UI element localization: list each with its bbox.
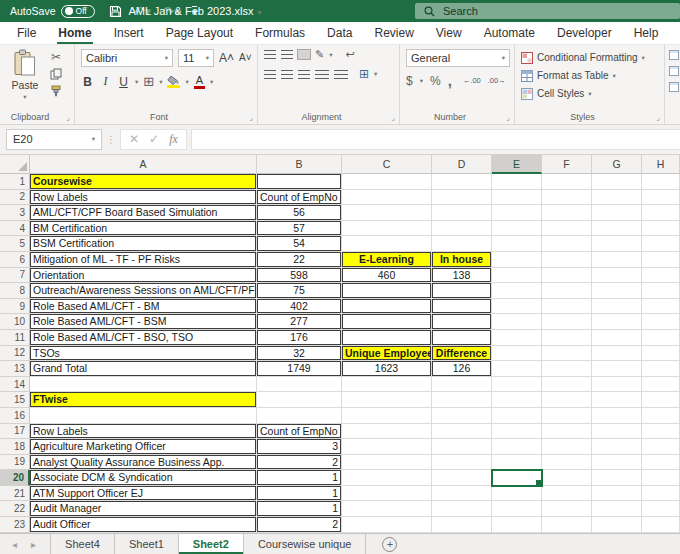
cell-D21[interactable] (432, 486, 492, 502)
cell-D12[interactable]: Difference (432, 346, 492, 362)
cell-A23[interactable]: Audit Officer (30, 517, 257, 533)
decrease-decimal-icon[interactable]: .00→ (488, 77, 506, 85)
decrease-indent-icon[interactable] (315, 70, 329, 79)
cell-C10[interactable] (342, 314, 432, 330)
sheet-nav-left-icon[interactable]: ◂ (12, 539, 17, 550)
cell-A15[interactable]: FTwise (30, 392, 257, 408)
cell-A1[interactable]: Coursewise (30, 174, 257, 190)
cell-E7[interactable] (492, 268, 542, 284)
cell-F9[interactable] (542, 299, 592, 315)
ribbon-tab-formulas[interactable]: Formulas (244, 22, 316, 44)
cell-G5[interactable] (592, 236, 642, 252)
cell-C18[interactable] (342, 439, 432, 455)
cell-E20[interactable] (492, 470, 542, 486)
column-header-A[interactable]: A (30, 155, 257, 174)
cell-E12[interactable] (492, 346, 542, 362)
row-header-6[interactable]: 6 (0, 252, 30, 268)
cell-G13[interactable] (592, 361, 642, 377)
italic-button[interactable]: I (99, 74, 112, 89)
cell-E22[interactable] (492, 501, 542, 517)
align-right-icon[interactable] (298, 70, 310, 79)
cell-G6[interactable] (592, 252, 642, 268)
format-cells-icon[interactable] (669, 82, 679, 92)
ribbon-tab-automate[interactable]: Automate (473, 22, 546, 44)
accounting-format-icon[interactable]: $ (406, 75, 413, 87)
cell-G9[interactable] (592, 299, 642, 315)
cell-G10[interactable] (592, 314, 642, 330)
name-box[interactable]: E20 ▾ (6, 129, 102, 150)
column-header-F[interactable]: F (542, 155, 592, 174)
cell-D10[interactable] (432, 314, 492, 330)
cell-H12[interactable] (642, 346, 680, 362)
font-color-caret-icon[interactable]: ▾ (210, 78, 213, 86)
cell-A4[interactable]: BM Certification (30, 221, 257, 237)
cell-D3[interactable] (432, 205, 492, 221)
enter-icon[interactable]: ✓ (149, 132, 159, 146)
cell-D22[interactable] (432, 501, 492, 517)
cell-H17[interactable] (642, 424, 680, 440)
accounting-caret-icon[interactable]: ▾ (420, 77, 423, 85)
cell-F19[interactable] (542, 455, 592, 471)
cell-E11[interactable] (492, 330, 542, 346)
cell-H13[interactable] (642, 361, 680, 377)
cell-G3[interactable] (592, 205, 642, 221)
borders-icon[interactable]: ⊞ (143, 75, 154, 88)
fill-color-caret-icon[interactable]: ▾ (185, 78, 188, 86)
wrap-text-icon[interactable]: ↩ (345, 49, 354, 60)
cell-C8[interactable] (342, 283, 432, 299)
cell-F1[interactable] (542, 174, 592, 190)
cell-B9[interactable]: 402 (257, 299, 342, 315)
cell-A11[interactable]: Role Based AML/CFT - BSO, TSO (30, 330, 257, 346)
format-as-table-button[interactable]: Format as Table▾ (521, 67, 660, 84)
cell-B7[interactable]: 598 (257, 268, 342, 284)
cell-G19[interactable] (592, 455, 642, 471)
cell-G17[interactable] (592, 424, 642, 440)
number-dialog-launcher-icon[interactable]: ⌟ (506, 113, 510, 122)
cell-C3[interactable] (342, 205, 432, 221)
cell-F5[interactable] (542, 236, 592, 252)
formula-input[interactable] (191, 129, 680, 150)
alignment-dialog-launcher-icon[interactable]: ⌟ (391, 113, 395, 122)
add-sheet-icon[interactable]: + (382, 537, 397, 552)
row-header-19[interactable]: 19 (0, 455, 30, 471)
cell-D15[interactable] (432, 392, 492, 408)
cell-H14[interactable] (642, 377, 680, 393)
cell-B5[interactable]: 54 (257, 236, 342, 252)
cell-C22[interactable] (342, 501, 432, 517)
cell-G23[interactable] (592, 517, 642, 533)
font-color-icon[interactable]: A (194, 75, 205, 89)
cell-H11[interactable] (642, 330, 680, 346)
ribbon-tab-view[interactable]: View (425, 22, 473, 44)
cell-E18[interactable] (492, 439, 542, 455)
fill-color-icon[interactable] (167, 76, 180, 88)
cell-H2[interactable] (642, 190, 680, 206)
percent-style-icon[interactable]: % (430, 75, 441, 87)
cell-C21[interactable] (342, 486, 432, 502)
cell-B2[interactable]: Count of EmpNo (257, 190, 342, 206)
cell-A16[interactable] (30, 408, 257, 424)
increase-decimal-icon[interactable]: ←.00 (463, 77, 481, 85)
cell-C9[interactable] (342, 299, 432, 315)
cell-D6[interactable]: In house (432, 252, 492, 268)
align-middle-icon[interactable] (281, 50, 293, 59)
row-header-5[interactable]: 5 (0, 236, 30, 252)
cell-A19[interactable]: Analyst Quality Assurance Business App. (30, 455, 257, 471)
cell-D18[interactable] (432, 439, 492, 455)
cell-C5[interactable] (342, 236, 432, 252)
font-family-select[interactable]: Calibri▾ (81, 49, 173, 67)
ribbon-tab-data[interactable]: Data (316, 22, 363, 44)
cell-B23[interactable]: 2 (257, 517, 342, 533)
cell-F8[interactable] (542, 283, 592, 299)
cell-A14[interactable] (30, 377, 257, 393)
cell-D8[interactable] (432, 283, 492, 299)
cell-G22[interactable] (592, 501, 642, 517)
increase-indent-icon[interactable] (334, 70, 348, 79)
ribbon-tab-file[interactable]: File (6, 22, 47, 44)
row-header-15[interactable]: 15 (0, 392, 30, 408)
cell-E8[interactable] (492, 283, 542, 299)
select-all-button[interactable] (0, 155, 30, 174)
grow-font-icon[interactable]: A˄ (219, 52, 234, 64)
cell-C6[interactable]: E-Learning (342, 252, 432, 268)
cell-G8[interactable] (592, 283, 642, 299)
cell-A12[interactable]: TSOs (30, 346, 257, 362)
